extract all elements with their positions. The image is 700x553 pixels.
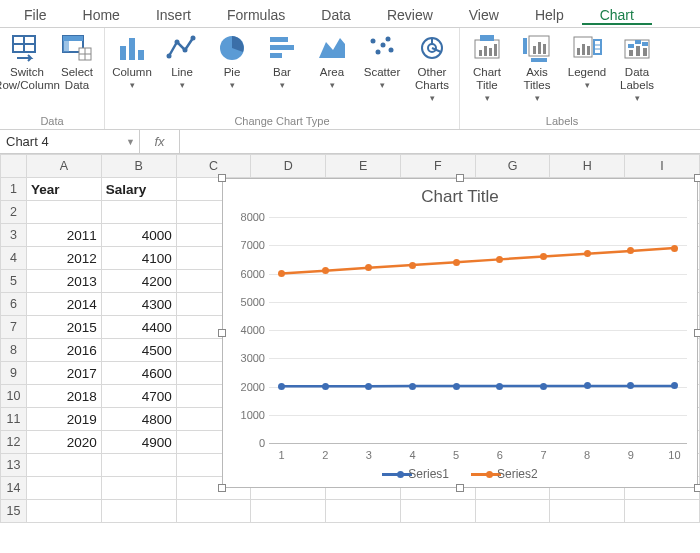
chart-legend[interactable]: Series1Series2 (223, 467, 697, 481)
cell-B1[interactable]: Salary (101, 178, 176, 201)
select-all-corner[interactable] (1, 155, 27, 178)
col-header-D[interactable]: D (251, 155, 326, 178)
resize-handle-tl[interactable] (218, 174, 226, 182)
cell-B4[interactable]: 4100 (101, 247, 176, 270)
ct-area-button[interactable]: Area▾ (307, 30, 357, 102)
cell-B10[interactable]: 4700 (101, 385, 176, 408)
cell-B13[interactable] (101, 454, 176, 477)
cell-H15[interactable] (550, 500, 625, 523)
row-header-2[interactable]: 2 (1, 201, 27, 224)
resize-handle-ml[interactable] (218, 329, 226, 337)
data-point[interactable] (671, 382, 678, 389)
col-header-E[interactable]: E (326, 155, 401, 178)
col-header-C[interactable]: C (176, 155, 251, 178)
select-data-button[interactable]: SelectData (52, 30, 102, 94)
data-point[interactable] (540, 383, 547, 390)
menu-file[interactable]: File (6, 3, 65, 25)
cell-A1[interactable]: Year (26, 178, 101, 201)
row-header-1[interactable]: 1 (1, 178, 27, 201)
cell-B3[interactable]: 4000 (101, 224, 176, 247)
data-point[interactable] (584, 250, 591, 257)
cell-B5[interactable]: 4200 (101, 270, 176, 293)
cell-A8[interactable]: 2016 (26, 339, 101, 362)
data-labels-button[interactable]: DataLabels▾ (612, 30, 662, 102)
row-header-9[interactable]: 9 (1, 362, 27, 385)
data-point[interactable] (627, 382, 634, 389)
legend-item-series2[interactable]: Series2 (471, 467, 538, 481)
cell-A13[interactable] (26, 454, 101, 477)
cell-B12[interactable]: 4900 (101, 431, 176, 454)
menu-formulas[interactable]: Formulas (209, 3, 303, 25)
cell-A9[interactable]: 2017 (26, 362, 101, 385)
ct-bar-button[interactable]: Bar▾ (257, 30, 307, 102)
cell-B8[interactable]: 4500 (101, 339, 176, 362)
cell-A10[interactable]: 2018 (26, 385, 101, 408)
data-point[interactable] (365, 264, 372, 271)
embedded-chart[interactable]: Chart Title 0100020003000400050006000700… (222, 178, 698, 488)
data-point[interactable] (540, 253, 547, 260)
cell-B2[interactable] (101, 201, 176, 224)
legend-button[interactable]: Legend▾ (562, 30, 612, 102)
ct-column-button[interactable]: Column▾ (107, 30, 157, 102)
col-header-I[interactable]: I (625, 155, 700, 178)
data-point[interactable] (365, 383, 372, 390)
cell-C15[interactable] (176, 500, 251, 523)
fx-icon[interactable]: fx (140, 130, 180, 153)
menu-review[interactable]: Review (369, 3, 451, 25)
data-point[interactable] (627, 247, 634, 254)
data-point[interactable] (409, 262, 416, 269)
menu-view[interactable]: View (451, 3, 517, 25)
cell-A6[interactable]: 2014 (26, 293, 101, 316)
data-point[interactable] (453, 259, 460, 266)
data-point[interactable] (278, 383, 285, 390)
cell-A7[interactable]: 2015 (26, 316, 101, 339)
cell-B14[interactable] (101, 477, 176, 500)
data-point[interactable] (453, 383, 460, 390)
name-box[interactable]: Chart 4 ▼ (0, 130, 140, 153)
resize-handle-bl[interactable] (218, 484, 226, 492)
row-header-4[interactable]: 4 (1, 247, 27, 270)
cell-G15[interactable] (475, 500, 550, 523)
data-point[interactable] (322, 267, 329, 274)
cell-B9[interactable]: 4600 (101, 362, 176, 385)
cell-B11[interactable]: 4800 (101, 408, 176, 431)
cell-A15[interactable] (26, 500, 101, 523)
row-header-12[interactable]: 12 (1, 431, 27, 454)
row-header-11[interactable]: 11 (1, 408, 27, 431)
data-point[interactable] (584, 382, 591, 389)
cell-A5[interactable]: 2013 (26, 270, 101, 293)
resize-handle-br[interactable] (694, 484, 700, 492)
col-header-B[interactable]: B (101, 155, 176, 178)
col-header-A[interactable]: A (26, 155, 101, 178)
chart-title[interactable]: Chart Title (223, 179, 697, 211)
ct-line-button[interactable]: Line▾ (157, 30, 207, 102)
row-header-3[interactable]: 3 (1, 224, 27, 247)
row-header-14[interactable]: 14 (1, 477, 27, 500)
cell-B7[interactable]: 4400 (101, 316, 176, 339)
row-header-15[interactable]: 15 (1, 500, 27, 523)
cell-I15[interactable] (625, 500, 700, 523)
row-header-13[interactable]: 13 (1, 454, 27, 477)
cell-D15[interactable] (251, 500, 326, 523)
data-point[interactable] (671, 245, 678, 252)
legend-item-series1[interactable]: Series1 (382, 467, 449, 481)
row-header-10[interactable]: 10 (1, 385, 27, 408)
cell-B15[interactable] (101, 500, 176, 523)
cell-A14[interactable] (26, 477, 101, 500)
cell-F15[interactable] (400, 500, 475, 523)
ct-other-button[interactable]: OtherCharts▾ (407, 30, 457, 102)
menu-chart[interactable]: Chart (582, 3, 652, 25)
resize-handle-tr[interactable] (694, 174, 700, 182)
col-header-H[interactable]: H (550, 155, 625, 178)
chart-title-button[interactable]: ChartTitle▾ (462, 30, 512, 102)
plot-area[interactable]: 0100020003000400050006000700080001234567… (269, 217, 687, 443)
formula-input[interactable] (180, 130, 700, 153)
cell-A2[interactable] (26, 201, 101, 224)
data-point[interactable] (496, 256, 503, 263)
switch-row-col-button[interactable]: SwitchRow/Column (2, 30, 52, 94)
cell-A4[interactable]: 2012 (26, 247, 101, 270)
row-header-7[interactable]: 7 (1, 316, 27, 339)
resize-handle-tm[interactable] (456, 174, 464, 182)
menu-data[interactable]: Data (303, 3, 369, 25)
cell-A12[interactable]: 2020 (26, 431, 101, 454)
